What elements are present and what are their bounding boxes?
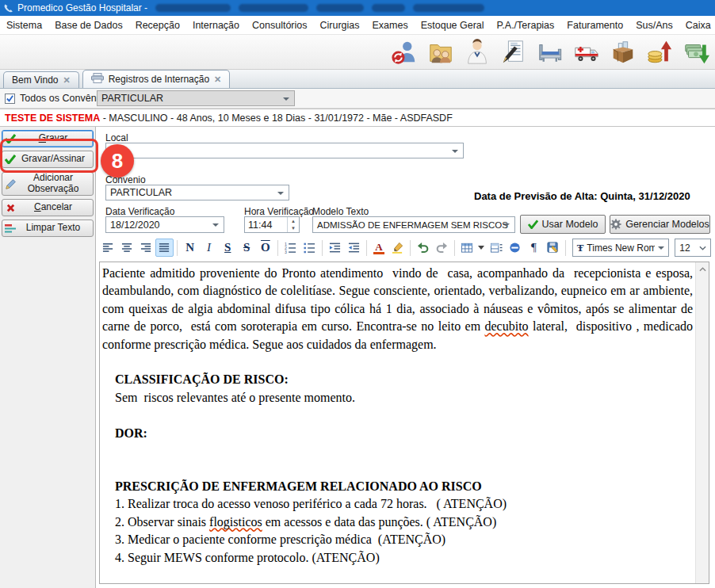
prescription-icon[interactable] xyxy=(499,37,528,67)
doctor-icon[interactable] xyxy=(462,37,491,67)
save-icon[interactable] xyxy=(544,239,562,257)
modelo-texto-label: Modelo Texto xyxy=(312,206,369,217)
chevron-down-icon xyxy=(283,97,289,101)
align-center-icon[interactable] xyxy=(118,239,136,257)
button-label: Gravar xyxy=(18,133,93,144)
gravar-assinar-button[interactable]: Gravar/Assinar xyxy=(2,151,94,168)
all-convenios-checkbox[interactable] xyxy=(5,94,15,104)
all-convenios-label: Todos os Convênios xyxy=(20,93,109,104)
close-icon[interactable]: ✕ xyxy=(214,74,221,85)
menu-item-sus-ans[interactable]: Sus/Ans xyxy=(629,20,679,31)
title-bar: Promedico Gestão Hospitalar - xyxy=(0,0,715,16)
editor-toolbar: NISSO123A¶ŦTimes New Rom:12 xyxy=(99,236,711,259)
chevron-down-icon xyxy=(452,150,458,153)
billing-increase-icon[interactable] xyxy=(644,37,674,67)
data-verificacao-label: Data Verificação xyxy=(105,206,174,217)
convenio-filter-dropdown[interactable]: PARTICULAR xyxy=(97,90,295,106)
patient-details: - MASCULINO - 48 Anos, 10 Meses e 18 Dia… xyxy=(100,113,453,124)
spinner-down-icon[interactable]: ▼ xyxy=(288,225,299,233)
patients-folder-icon[interactable] xyxy=(426,37,455,67)
chevron-down-icon xyxy=(658,246,664,250)
note-text-editor[interactable]: Paciente admitido proveniente do Pronto … xyxy=(99,262,709,584)
toolbar-separator xyxy=(366,240,367,256)
italic-icon[interactable]: I xyxy=(200,239,218,257)
annotation-step-badge: 8 xyxy=(101,144,134,178)
scroll-up-icon[interactable] xyxy=(696,262,709,276)
ambulance-icon[interactable] xyxy=(572,37,601,67)
close-icon[interactable]: ✕ xyxy=(63,75,70,86)
adicionar-observa-o-button[interactable]: Adicionar Observação xyxy=(2,172,94,196)
editor-paragraph: 4. Seguir MEWS conforme protocolo. (ATEN… xyxy=(102,549,693,567)
gerenciar-modelos-button[interactable]: Gerenciar Modelos xyxy=(610,215,710,234)
menu-item-p-a-terapias[interactable]: P.A./Terapias xyxy=(491,20,561,31)
bold-icon[interactable]: N xyxy=(181,239,199,257)
editor-paragraph: Sem riscos relevantes até o presente mom… xyxy=(102,389,693,407)
underline-icon[interactable]: S xyxy=(219,239,237,257)
stock-icon[interactable] xyxy=(608,37,637,67)
font-family-dropdown[interactable]: ŦTimes New Rom: xyxy=(572,239,670,257)
ordered-list-icon[interactable]: 123 xyxy=(281,239,300,257)
spinner-up-icon[interactable]: ▲ xyxy=(288,217,299,225)
check-icon xyxy=(528,220,538,229)
editor-blank-line xyxy=(102,460,693,477)
convenio-dropdown[interactable]: PARTICULAR xyxy=(105,185,289,200)
cancelar-button[interactable]: Cancelar xyxy=(2,199,94,216)
pencil-icon xyxy=(2,178,18,190)
hora-verificacao-spinner[interactable]: 11:44 ▲▼ xyxy=(244,216,300,233)
editor-content: Paciente admitido proveniente do Pronto … xyxy=(102,265,693,584)
caret-down-icon[interactable] xyxy=(477,239,487,257)
menu-item-estoque-geral[interactable]: Estoque Geral xyxy=(415,20,491,31)
redo-icon[interactable] xyxy=(433,239,451,257)
menu-bar: SistemaBase de DadosRecepçãoInternaçãoCo… xyxy=(0,16,715,35)
menu-item-caixa[interactable]: Caixa xyxy=(679,20,715,31)
limpar-texto-button[interactable]: Limpar Texto xyxy=(2,220,94,237)
editor-blank-line xyxy=(102,442,693,460)
usar-modelo-label: Usar Modelo xyxy=(542,219,598,230)
patient-name: TESTE DE SISTEMA xyxy=(5,113,100,124)
page-break-icon[interactable] xyxy=(506,239,524,257)
menu-item-interna-o[interactable]: Internação xyxy=(186,20,246,31)
local-dropdown[interactable] xyxy=(105,143,464,158)
highlight-icon[interactable] xyxy=(388,239,407,257)
pilcrow-icon[interactable]: ¶ xyxy=(525,239,543,257)
font-color-icon[interactable]: A xyxy=(370,239,388,257)
usar-modelo-button[interactable]: Usar Modelo xyxy=(520,215,606,234)
indent-decrease-icon[interactable] xyxy=(345,239,363,257)
button-label: Adicionar Observação xyxy=(18,173,93,195)
menu-item-cirurgias[interactable]: Cirurgias xyxy=(314,20,366,31)
user-sync-icon[interactable] xyxy=(389,37,419,67)
tab-registros-de-interna-o[interactable]: Registros de Internação✕ xyxy=(82,70,231,88)
menu-item-consult-rios[interactable]: Consultórios xyxy=(246,20,313,31)
toolbar-separator xyxy=(565,240,566,256)
table-properties-icon[interactable] xyxy=(487,239,505,257)
menu-item-faturamento[interactable]: Faturamento xyxy=(560,20,629,31)
menu-item-recep-o[interactable]: Recepção xyxy=(129,20,186,31)
gravar-button[interactable]: Gravar xyxy=(2,130,94,147)
redacted-text xyxy=(316,4,364,12)
modelo-texto-dropdown[interactable]: ADMISSÃO DE ENFERMAGEM SEM RISCOS xyxy=(312,216,515,233)
hospital-bed-icon[interactable] xyxy=(535,37,564,67)
spinner-arrows[interactable]: ▲▼ xyxy=(287,217,299,232)
strikethrough-icon[interactable]: S xyxy=(238,239,256,257)
font-icon: Ŧ xyxy=(577,242,584,254)
menu-item-sistema[interactable]: Sistema xyxy=(0,20,48,31)
editor-paragraph: PRESCRIÇÃO DE ENFERMAGEM RELACIONADO AO … xyxy=(102,478,693,495)
editor-scrollbar[interactable] xyxy=(695,262,709,583)
align-right-icon[interactable] xyxy=(137,239,155,257)
unordered-list-icon[interactable] xyxy=(300,239,319,257)
align-justify-icon[interactable] xyxy=(155,239,174,257)
overline-icon[interactable]: O xyxy=(256,239,274,257)
tab-bem-vindo[interactable]: Bem Vindo✕ xyxy=(3,71,79,88)
redacted-text xyxy=(372,4,405,12)
undo-icon[interactable] xyxy=(414,239,432,257)
data-verificacao-dropdown[interactable]: 18/12/2020 xyxy=(105,216,224,233)
menu-item-exames[interactable]: Exames xyxy=(366,20,415,31)
cash-decrease-icon[interactable] xyxy=(681,37,710,67)
indent-increase-icon[interactable] xyxy=(326,239,344,257)
insert-table-icon[interactable] xyxy=(458,239,476,257)
align-left-icon[interactable] xyxy=(99,239,117,257)
menu-item-base-de-dados[interactable]: Base de Dados xyxy=(48,20,128,31)
redacted-text xyxy=(239,4,308,12)
check-icon xyxy=(2,155,18,164)
font-size-dropdown[interactable]: 12 xyxy=(675,239,711,257)
